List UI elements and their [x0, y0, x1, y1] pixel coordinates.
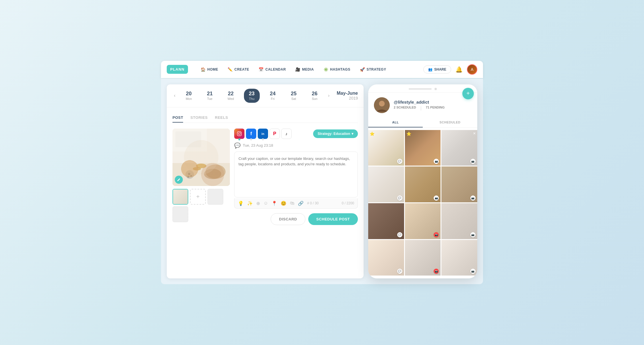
sparkle-icon[interactable]: ✨	[247, 201, 253, 206]
main-post-image[interactable]	[172, 129, 230, 186]
svg-point-13	[379, 101, 385, 106]
strategy-arrow-icon: ▾	[352, 132, 353, 136]
profile-handle: @lifestyle_addict	[394, 100, 472, 104]
nav-item-calendar[interactable]: 📅 CALENDAR	[255, 65, 290, 74]
calendar-day-24[interactable]: 24 Fri	[265, 89, 281, 103]
svg-point-6	[185, 170, 194, 179]
nav-label-hashtags: HASHTAGS	[330, 67, 350, 71]
facebook-icon[interactable]: f	[246, 129, 256, 139]
thumbnail-3[interactable]	[207, 189, 223, 205]
profile-info: @lifestyle_addict 2 SCHEDULED | 71 PENDI…	[394, 100, 472, 111]
nav-item-create[interactable]: ✏️ CREATE	[224, 65, 253, 74]
emoji-icon[interactable]: 😊	[281, 201, 286, 206]
day-name: Thu	[249, 97, 255, 100]
grid-cell-3[interactable]: ✕ 📷	[441, 130, 477, 166]
hashtag-hash: #	[307, 201, 309, 205]
discard-button[interactable]: DISCARD	[271, 213, 305, 225]
platform-badge-4: 💬	[397, 195, 402, 201]
link-icon[interactable]: 🔗	[298, 201, 304, 206]
pinterest-logo: P	[273, 131, 276, 136]
share-button[interactable]: 👥 SHARE	[423, 65, 451, 73]
tiktok-icon[interactable]: ♪	[281, 129, 292, 139]
nav-item-hashtags[interactable]: ✳️ HASHTAGS	[319, 65, 354, 74]
grid-cell-9[interactable]: 📷	[441, 203, 477, 239]
nav-label-calendar: CALENDAR	[265, 67, 286, 71]
user-avatar[interactable]: A	[467, 64, 477, 75]
calendar-day-25[interactable]: 25 Sat	[286, 89, 302, 103]
edit-image-button[interactable]	[175, 176, 183, 184]
instagram-icon[interactable]	[234, 129, 245, 139]
calendar-next-button[interactable]: ›	[327, 92, 331, 100]
grid-cell-1[interactable]: ⭐ 💬	[368, 130, 404, 166]
pinterest-icon[interactable]: P	[269, 129, 280, 139]
calendar-day-26[interactable]: 26 Sun	[307, 89, 323, 103]
grid-cell-10[interactable]: 💬	[368, 240, 404, 276]
hashtag-count-text: 0 / 30	[310, 201, 319, 205]
schedule-post-button[interactable]: SCHEDULE POST	[308, 213, 358, 225]
svg-point-3	[193, 167, 201, 170]
calendar-day-21[interactable]: 21 Tue	[202, 89, 218, 103]
tab-reels[interactable]: REELS	[215, 113, 228, 123]
gif-icon[interactable]: ☺	[263, 201, 268, 206]
nav-label-home: HOME	[207, 67, 218, 71]
svg-point-2	[196, 164, 206, 168]
calendar-prev-button[interactable]: ‹	[172, 92, 177, 100]
pencil-icon	[177, 178, 181, 181]
calendar-day-20[interactable]: 20 Mon	[181, 89, 197, 103]
tag-icon[interactable]: 🛍	[290, 201, 294, 206]
thumbnail-4[interactable]	[172, 206, 188, 222]
grid-cell-2[interactable]: ⭐ 📷	[405, 130, 441, 166]
tab-all[interactable]: ALL	[368, 118, 423, 127]
image-thumbnails: +	[172, 189, 230, 222]
linkedin-icon[interactable]: in	[258, 129, 268, 139]
action-buttons: DISCARD SCHEDULE POST	[234, 213, 358, 225]
nav-item-home[interactable]: 🏠 HOME	[197, 65, 222, 74]
strategy-button[interactable]: Strategy: Education ▾	[313, 129, 358, 138]
day-name: Tue	[207, 97, 213, 100]
add-image-button[interactable]: +	[190, 189, 206, 205]
comment-icon[interactable]: 💬	[234, 142, 240, 149]
tab-post[interactable]: POST	[172, 113, 183, 123]
location-icon[interactable]: 📍	[271, 201, 277, 206]
grid-cell-11[interactable]: 📷	[405, 240, 441, 276]
lightbulb-icon[interactable]: 💡	[238, 201, 244, 206]
plus-icon: ✕	[473, 131, 476, 135]
star-icon: ⭐	[370, 131, 375, 136]
thumbnail-1[interactable]	[172, 189, 188, 205]
grid-cell-4[interactable]: 💬	[368, 166, 404, 202]
calendar-day-22[interactable]: 22 Wed	[223, 89, 239, 103]
phone-preview-panel: @lifestyle_addict 2 SCHEDULED | 71 PENDI…	[368, 84, 477, 279]
grid-cell-7[interactable]: 💬	[368, 203, 404, 239]
share-icon: 👥	[428, 67, 432, 71]
nav-label-media: MEDIA	[302, 67, 314, 71]
tab-stories[interactable]: STORIES	[190, 113, 207, 123]
month-text: May-June	[337, 91, 358, 96]
tab-scheduled[interactable]: SCHEDULED	[423, 118, 477, 127]
caption-toolbar: 💡 ✨ ⊕ ☺ 📍 😊 🛍 🔗 # 0 / 30	[234, 198, 358, 209]
add-post-button[interactable]: +	[462, 88, 474, 99]
caption-textarea[interactable]	[234, 152, 358, 197]
nav-right-section: 👥 SHARE 🔔 A	[423, 64, 477, 75]
linkedin-dot	[262, 138, 264, 140]
grid-cell-5[interactable]: 📷	[405, 166, 441, 202]
strategy-icon: 🚀	[360, 67, 365, 72]
grid-cell-6[interactable]: 📷	[441, 166, 477, 202]
notification-bell-icon[interactable]: 🔔	[455, 66, 463, 73]
add-media-icon[interactable]: ⊕	[256, 201, 260, 206]
grid-cell-8[interactable]: 📷	[405, 203, 441, 239]
nav-item-media[interactable]: 🎥 MEDIA	[291, 65, 318, 74]
grid-cell-12[interactable]: 📷	[441, 240, 477, 276]
home-icon: 🏠	[201, 67, 206, 72]
day-number: 24	[270, 91, 276, 96]
year-text: 2019	[349, 96, 358, 100]
platform-badge-10: 💬	[397, 269, 402, 274]
phone-top-bar	[368, 84, 477, 93]
nav-item-strategy[interactable]: 🚀 STRATEGY	[356, 65, 390, 74]
phone-status-bar	[409, 88, 432, 90]
day-number: 23	[249, 91, 255, 96]
calendar-icon: 📅	[259, 67, 264, 72]
calendar-day-23-active[interactable]: 23 Thu	[244, 89, 260, 103]
day-name: Wed	[228, 97, 234, 100]
post-caption-form: f in P	[234, 129, 358, 225]
hashtags-icon: ✳️	[323, 67, 329, 72]
